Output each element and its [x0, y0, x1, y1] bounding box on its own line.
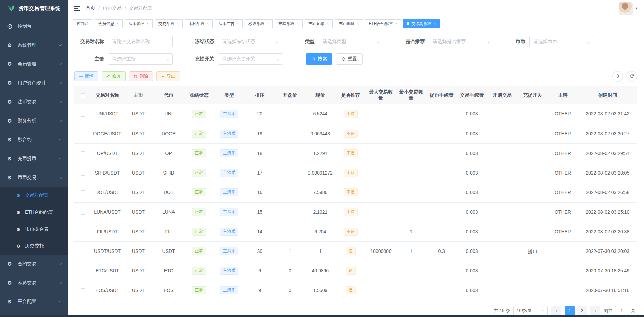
close-icon[interactable]: × [357, 22, 359, 26]
show-search-button[interactable] [612, 71, 623, 82]
chevron-down-icon [276, 40, 279, 44]
close-icon[interactable]: × [267, 22, 269, 26]
cell-sort: 19 [244, 124, 275, 143]
sidebar-item[interactable]: ⚙平台配置 [0, 292, 68, 311]
filter-select[interactable]: 请选择充提开关 [218, 53, 283, 65]
sidebar-item[interactable]: ⚙法币交易 [0, 93, 68, 111]
tab[interactable]: 币种配置× [185, 19, 213, 28]
close-icon[interactable]: × [237, 22, 239, 26]
cell-otrade [487, 281, 517, 300]
sidebar-item-label: 合约交易 [18, 261, 36, 267]
row-checkbox[interactable] [81, 171, 85, 176]
chevron-down-icon [59, 156, 62, 159]
user-menu[interactable]: ▼ [619, 2, 638, 15]
sidebar-item[interactable]: ⚙币币交易 [0, 168, 68, 187]
search-button[interactable]: 搜索 [306, 53, 332, 65]
filter-select[interactable]: 请选择主链 [108, 53, 173, 65]
row-checkbox[interactable] [81, 151, 85, 156]
row-checkbox[interactable] [81, 288, 85, 293]
sidebar-subitem[interactable]: ⚙历史委托... [0, 238, 68, 255]
goto-page-input[interactable] [615, 306, 628, 315]
filter-select[interactable]: 请选择类型 [319, 36, 383, 47]
export-button[interactable]: 导出 [156, 71, 180, 81]
sidebar-subitem[interactable]: ⚙ETH合约配置 [0, 204, 68, 221]
tab[interactable]: 控制台 [73, 19, 92, 28]
tab[interactable]: ETH合约配置× [365, 19, 401, 28]
next-page-button[interactable]: › [590, 306, 600, 315]
cell-freeze: 正常 [184, 202, 214, 222]
sidebar-item[interactable]: ⚙秒合约 [0, 130, 68, 149]
filter-label: 是否推荐 [400, 38, 425, 45]
filter-input[interactable]: 请输入交易对名称 [108, 36, 173, 47]
avatar[interactable] [619, 2, 633, 15]
edit-button[interactable]: 修改 [102, 71, 126, 81]
tab[interactable]: 充币记录× [305, 19, 333, 28]
filter-label: 冻结状态 [189, 38, 214, 45]
sidebar-item[interactable]: ⚙合约交易 [0, 255, 68, 273]
select-all-checkbox[interactable] [81, 93, 85, 98]
add-button[interactable]: 新增 [74, 71, 98, 81]
page-size-select[interactable]: 10条/页 [513, 306, 548, 315]
toolbar-button-label: 删除 [139, 73, 148, 79]
cell-open [275, 202, 305, 222]
row-checkbox[interactable] [81, 190, 85, 195]
row-checkbox[interactable] [81, 210, 85, 215]
status-badge: 正常 [192, 208, 206, 216]
row-select-cell [74, 241, 91, 261]
tab[interactable]: 法币管理× [125, 19, 153, 28]
prev-page-button[interactable]: ‹ [551, 306, 561, 315]
close-icon[interactable]: × [395, 22, 397, 26]
sidebar-subitem[interactable]: ⚙交易对配置 [0, 187, 68, 204]
filter-select[interactable]: 请选择币币 [529, 36, 594, 47]
status-badge: 不是 [344, 149, 358, 157]
placeholder-text: 请选择主链 [112, 56, 136, 62]
sidebar-item[interactable]: ⚙财务分析 [0, 111, 68, 130]
sidebar-item[interactable]: ⚙会员管理 [0, 55, 68, 74]
row-checkbox[interactable] [81, 249, 85, 254]
row-checkbox[interactable] [81, 230, 85, 234]
sidebar-item[interactable]: ⚙系统管理 [0, 36, 68, 55]
close-icon[interactable]: × [146, 22, 149, 26]
sidebar-item[interactable]: ⚙私募交易 [0, 273, 68, 292]
tab[interactable]: 充币地址× [335, 19, 363, 28]
status-badge: 不是 [344, 208, 358, 216]
refresh-button[interactable] [626, 71, 637, 82]
row-checkbox[interactable] [81, 269, 85, 273]
tab[interactable]: 交易配置× [155, 19, 183, 28]
row-checkbox[interactable] [81, 112, 85, 117]
close-icon[interactable]: × [177, 22, 179, 26]
close-icon[interactable]: × [434, 22, 436, 26]
tab[interactable]: 充提配置× [275, 19, 303, 28]
close-icon[interactable]: × [327, 22, 329, 26]
delete-button[interactable]: 删除 [129, 71, 153, 81]
filter-select[interactable]: 请选择是否推荐 [429, 36, 493, 47]
close-icon[interactable]: × [116, 22, 119, 26]
sidebar-subitem[interactable]: ⚙币币撮合表 [0, 221, 68, 238]
sidebar-item[interactable]: 控制台 [0, 17, 68, 36]
tab[interactable]: 法币广告× [215, 19, 243, 28]
close-icon[interactable]: × [207, 22, 209, 26]
sidebar-item[interactable]: ⚙充币提币 [0, 149, 68, 168]
table-body: UNI/USDTUSDTUNI正常主流币206.5244不是0.003OTHER… [74, 104, 637, 300]
close-icon[interactable]: × [297, 22, 299, 26]
sidebar-item[interactable]: ⚙用户资产统计 [0, 74, 68, 93]
row-checkbox[interactable] [81, 132, 85, 136]
page-button[interactable]: 1 [565, 306, 575, 315]
breadcrumb-item[interactable]: 首页 [86, 5, 95, 11]
filter-select[interactable]: 请选择冻结状态 [218, 36, 283, 47]
cell-dswitch [517, 104, 548, 124]
status-badge: 主流币 [220, 286, 238, 294]
hamburger-menu-icon[interactable] [74, 6, 80, 11]
tab[interactable]: 交易对配置× [403, 19, 440, 28]
tab[interactable]: 秒速配置× [245, 19, 273, 28]
cell-tfee: 0.003 [457, 104, 487, 124]
status-badge: 是 [346, 247, 356, 255]
cell-open: 0 [275, 281, 305, 300]
page-button[interactable]: 2 [577, 306, 587, 315]
content: 交易对名称请输入交易对名称冻结状态请选择冻结状态类型请选择类型是否推荐请选择是否… [68, 30, 644, 317]
column-header: 充提开关 [517, 86, 548, 104]
toolbar-button-label: 新增 [85, 73, 93, 79]
reset-button[interactable]: 重置 [336, 53, 363, 65]
tab[interactable]: 会员信息× [95, 19, 123, 28]
table-row: UNI/USDTUSDTUNI正常主流币206.5244不是0.003OTHER… [74, 104, 637, 124]
